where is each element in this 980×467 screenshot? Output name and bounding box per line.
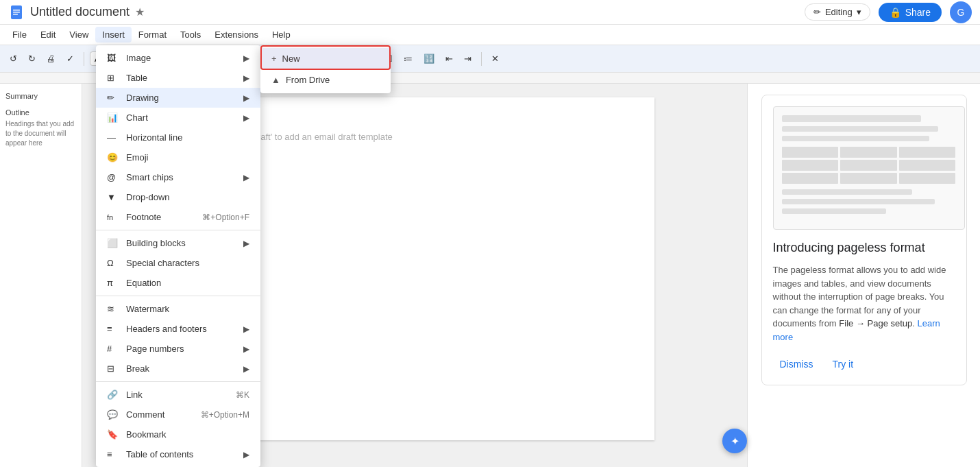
thumb-cell-4 xyxy=(782,160,839,171)
drawing-icon: ✏ xyxy=(107,93,121,103)
image-icon: 🖼 xyxy=(107,53,121,63)
thumb-cell-7 xyxy=(782,173,839,184)
print-button[interactable]: 🖨 xyxy=(42,51,60,67)
right-panel: Introducing pageless format The pageless… xyxy=(747,84,980,467)
arrow-icon: ▶ xyxy=(243,364,249,374)
thumb-cell-2 xyxy=(840,147,897,158)
app-icon xyxy=(8,4,25,21)
menu-item-watermark[interactable]: ≋ Watermark xyxy=(96,299,260,319)
menu-item-bookmark[interactable]: 🔖 Bookmark xyxy=(96,424,260,444)
plus-icon: + xyxy=(271,53,277,64)
drawing-submenu-from-drive[interactable]: ▲ From Drive xyxy=(260,69,391,91)
share-icon: 🔒 xyxy=(890,7,901,18)
summary-label: Summary xyxy=(5,92,76,100)
menu-item-table-of-contents[interactable]: ≡ Table of contents ▶ xyxy=(96,444,260,464)
svg-rect-2 xyxy=(13,12,20,13)
menu-file[interactable]: File xyxy=(5,27,34,43)
drawing-submenu-new[interactable]: + New xyxy=(260,48,391,69)
panel-desc: The pageless format allows you to add wi… xyxy=(773,263,955,344)
menu-insert[interactable]: Insert xyxy=(95,27,132,43)
pencil-icon: ✏ xyxy=(813,7,821,17)
menu-item-emoji[interactable]: 😊 Emoji xyxy=(96,147,260,167)
comment-shortcut: ⌘+Option+M xyxy=(201,410,249,420)
menu-item-break[interactable]: ⊟ Break ▶ xyxy=(96,359,260,379)
menu-format[interactable]: Format xyxy=(132,27,173,43)
title-bar: Untitled document ★ ✏ Editing ▾ 🔒 Share … xyxy=(0,0,980,25)
menu-item-image[interactable]: 🖼 Image ▶ xyxy=(96,48,260,68)
undo-button[interactable]: ↺ xyxy=(5,51,21,67)
insert-dropdown: 🖼 Image ▶ ⊞ Table ▶ ✏ Drawing ▶ 📊 Chart … xyxy=(96,45,260,467)
share-button[interactable]: 🔒 Share xyxy=(879,3,942,22)
title-bar-actions: ✏ Editing ▾ 🔒 Share G xyxy=(805,1,972,23)
thumb-cell-1 xyxy=(782,147,839,158)
thumb-cell-5 xyxy=(840,160,897,171)
thumb-cell-9 xyxy=(899,173,956,184)
menu-extensions[interactable]: Extensions xyxy=(208,27,265,43)
footnote-shortcut: ⌘+Option+F xyxy=(202,213,249,222)
menu-item-comment[interactable]: 💬 Comment ⌘+Option+M xyxy=(96,405,260,424)
emoji-icon: 😊 xyxy=(107,152,121,163)
menu-item-link[interactable]: 🔗 Link ⌘K xyxy=(96,385,260,405)
arrow-icon: ▶ xyxy=(243,93,249,103)
menu-item-headers-footers[interactable]: ≡ Headers and footers ▶ xyxy=(96,319,260,339)
menu-tools[interactable]: Tools xyxy=(173,27,208,43)
menu-item-drop-down[interactable]: ▼ Drop-down xyxy=(96,187,260,207)
arrow-icon: ▶ xyxy=(243,450,249,459)
dismiss-button[interactable]: Dismiss xyxy=(773,355,820,374)
menu-item-special-characters[interactable]: Ω Special characters xyxy=(96,253,260,273)
panel-thumbnail xyxy=(773,106,965,230)
from-drive-label: From Drive xyxy=(286,75,330,85)
toolbar-separator-1 xyxy=(84,52,84,66)
page-numbers-icon: # xyxy=(107,344,121,354)
thumb-table xyxy=(782,147,956,184)
menu-item-table[interactable]: ⊞ Table ▶ xyxy=(96,68,260,88)
indent-increase-button[interactable]: ⇥ xyxy=(460,51,476,67)
menu-edit[interactable]: Edit xyxy=(34,27,62,43)
chevron-down-icon: ▾ xyxy=(857,7,861,17)
menu-help[interactable]: Help xyxy=(265,27,297,43)
clear-formatting-button[interactable]: ✕ xyxy=(487,51,503,67)
panel-actions: Dismiss Try it xyxy=(773,355,955,374)
menu-divider-2 xyxy=(96,296,260,296)
star-icon[interactable]: ★ xyxy=(135,5,145,19)
horizontal-line-icon: — xyxy=(107,132,121,143)
menu-item-footnote[interactable]: fn Footnote ⌘+Option+F xyxy=(96,207,260,227)
menu-item-equation[interactable]: π Equation xyxy=(96,273,260,293)
menu-divider-3 xyxy=(96,381,260,382)
outline-text: Headings that you add to the document wi… xyxy=(5,119,76,148)
dropdown-icon: ▼ xyxy=(107,192,121,202)
indent-decrease-button[interactable]: ⇤ xyxy=(441,51,457,67)
menu-item-page-numbers[interactable]: # Page numbers ▶ xyxy=(96,339,260,359)
suggest-button[interactable]: ✦ xyxy=(722,429,747,453)
svg-rect-1 xyxy=(13,10,20,11)
thumb-line-5 xyxy=(782,199,935,204)
avatar[interactable]: G xyxy=(950,1,972,23)
menu-divider-1 xyxy=(96,230,260,230)
redo-button[interactable]: ↻ xyxy=(24,51,40,67)
sidebar: Summary Outline Headings that you add to… xyxy=(0,84,82,467)
panel-title: Introducing pageless format xyxy=(773,241,955,255)
spellcheck-button[interactable]: ✓ xyxy=(62,51,78,67)
menu-item-chart[interactable]: 📊 Chart ▶ xyxy=(96,108,260,128)
menu-item-horizontal-line[interactable]: — Horizontal line xyxy=(96,128,260,147)
try-it-button[interactable]: Try it xyxy=(826,355,861,374)
table-icon: ⊞ xyxy=(107,73,121,83)
numbered-list-button[interactable]: 🔢 xyxy=(419,51,439,67)
headers-icon: ≡ xyxy=(107,324,121,334)
panel-card: Introducing pageless format The pageless… xyxy=(761,95,967,385)
chart-icon: 📊 xyxy=(107,112,121,123)
break-icon: ⊟ xyxy=(107,363,121,374)
bullet-list-button[interactable]: ≔ xyxy=(400,51,417,67)
thumb-line-2 xyxy=(782,126,939,132)
menu-view[interactable]: View xyxy=(62,27,95,43)
menu-item-smart-chips[interactable]: @ Smart chips ▶ xyxy=(96,167,260,187)
smart-chips-icon: @ xyxy=(107,172,121,182)
menu-item-building-blocks[interactable]: ⬜ Building blocks ▶ xyxy=(96,233,260,253)
menu-item-drawing[interactable]: ✏ Drawing ▶ xyxy=(96,88,260,108)
link-icon: 🔗 xyxy=(107,390,121,400)
arrow-icon: ▶ xyxy=(243,324,249,334)
svg-rect-3 xyxy=(13,14,18,15)
thumb-line-4 xyxy=(782,189,913,195)
drive-icon: ▲ xyxy=(271,75,280,85)
editing-mode-btn[interactable]: ✏ Editing ▾ xyxy=(805,3,870,21)
